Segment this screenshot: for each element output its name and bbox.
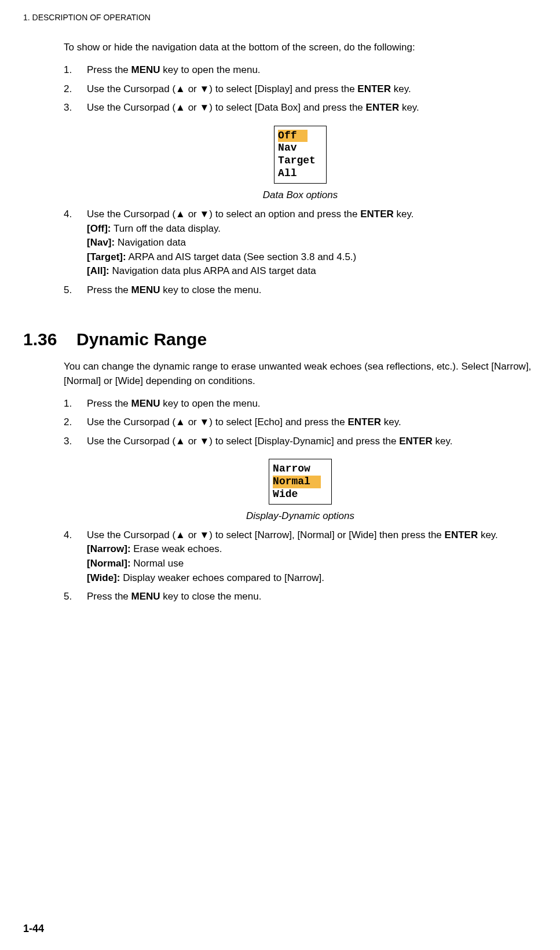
triangle-down-icon: ▼ [199, 529, 209, 540]
key-enter: ENTER [399, 436, 433, 447]
text: key. [478, 529, 498, 540]
text: key. [391, 83, 411, 94]
key-menu: MENU [131, 398, 160, 409]
key-menu: MENU [131, 591, 160, 602]
item-number: 5. [64, 590, 72, 604]
text: or [185, 529, 200, 540]
item-number: 1. [64, 397, 72, 411]
page-header: 1. DESCRIPTION OF OPERATION [23, 12, 537, 23]
option-label: [Nav]: [87, 237, 115, 248]
option-label: [All]: [87, 265, 109, 276]
list-item: 5. Press the MENU key to close the menu. [64, 590, 537, 604]
option-desc: Erase weak echoes. [131, 543, 222, 554]
figure-dynamic: Narrow Normal Wide [64, 459, 537, 505]
option: Target [278, 155, 316, 167]
item-number: 1. [64, 63, 72, 78]
text: Use the Cursorpad ( [87, 102, 175, 113]
option: Nav [278, 142, 316, 155]
item-number: 4. [64, 528, 72, 543]
key-enter: ENTER [366, 102, 400, 113]
option-label: [Wide]: [87, 572, 120, 583]
figure-caption: Data Box options [64, 188, 537, 203]
triangle-up-icon: ▲ [175, 102, 185, 113]
triangle-down-icon: ▼ [199, 83, 209, 94]
text: key to close the menu. [160, 284, 262, 295]
list-item: 4. Use the Cursorpad (▲ or ▼) to select … [64, 207, 537, 279]
item-number: 2. [64, 82, 72, 97]
text: Use the Cursorpad ( [87, 529, 175, 540]
item-number: 5. [64, 283, 72, 298]
option-label: [Narrow]: [87, 543, 131, 554]
text: ) to select [Data Box] and press the [209, 102, 365, 113]
text: Press the [87, 284, 131, 295]
key-enter: ENTER [445, 529, 478, 540]
text: Use the Cursorpad ( [87, 209, 175, 220]
text: Use the Cursorpad ( [87, 436, 175, 447]
list-item: 1. Press the MENU key to open the menu. [64, 63, 537, 78]
section-number: 1.36 [23, 327, 76, 352]
figure-databox: Off Nav Target All [64, 126, 537, 184]
text: key to open the menu. [160, 64, 261, 75]
procedure-list-2b: 4. Use the Cursorpad (▲ or ▼) to select … [64, 528, 537, 604]
item-number: 3. [64, 101, 72, 115]
key-menu: MENU [131, 64, 160, 75]
figure-caption: Display-Dynamic options [64, 509, 537, 524]
list-item: 5. Press the MENU key to close the menu. [64, 283, 537, 298]
text: ) to select [Echo] and press the [209, 416, 347, 427]
option-selected: Off [278, 130, 307, 142]
key-enter: ENTER [347, 416, 381, 427]
procedure-list-1: 1. Press the MENU key to open the menu. … [64, 63, 537, 115]
text: Use the Cursorpad ( [87, 416, 175, 427]
text: ) to select [Display-Dynamic] and press … [209, 436, 399, 447]
main-content: To show or hide the navigation data at t… [64, 41, 537, 604]
list-item: 2. Use the Cursorpad (▲ or ▼) to select … [64, 415, 537, 430]
list-item: 3. Use the Cursorpad (▲ or ▼) to select … [64, 101, 537, 115]
text: ) to select [Display] and press the [209, 83, 357, 94]
option-desc: Normal use [131, 558, 184, 569]
text: key. [394, 209, 414, 220]
option: All [278, 167, 316, 180]
option-desc: ARPA and AIS target data (See section 3.… [126, 251, 357, 262]
item-number: 4. [64, 207, 72, 222]
option-label: [Off]: [87, 223, 111, 234]
option-desc: Navigation data plus ARPA and AIS target… [109, 265, 316, 276]
text: key to open the menu. [160, 398, 261, 409]
option-label: [Normal]: [87, 558, 131, 569]
text: key. [433, 436, 453, 447]
key-menu: MENU [131, 284, 160, 295]
text: or [185, 83, 200, 94]
text: key. [381, 416, 401, 427]
key-enter: ENTER [360, 209, 394, 220]
option: Wide [273, 488, 321, 501]
text: ) to select [Narrow], [Normal] or [Wide]… [209, 529, 444, 540]
options-box: Off Nav Target All [274, 126, 327, 184]
text: or [185, 436, 200, 447]
list-item: 1. Press the MENU key to open the menu. [64, 397, 537, 411]
text: or [185, 209, 200, 220]
triangle-down-icon: ▼ [199, 416, 209, 427]
text: Press the [87, 591, 131, 602]
text: Use the Cursorpad ( [87, 83, 175, 94]
option-desc: Navigation data [115, 237, 186, 248]
list-item: 2. Use the Cursorpad (▲ or ▼) to select … [64, 82, 537, 97]
option-desc: Turn off the data display. [111, 223, 221, 234]
list-item: 4. Use the Cursorpad (▲ or ▼) to select … [64, 528, 537, 586]
procedure-list-1b: 4. Use the Cursorpad (▲ or ▼) to select … [64, 207, 537, 298]
triangle-down-icon: ▼ [199, 436, 209, 447]
text: Press the [87, 398, 131, 409]
procedure-list-2: 1. Press the MENU key to open the menu. … [64, 397, 537, 449]
item-number: 3. [64, 434, 72, 449]
triangle-down-icon: ▼ [199, 102, 209, 113]
section-heading: 1.36 Dynamic Range [23, 327, 537, 352]
triangle-down-icon: ▼ [199, 209, 209, 220]
item-number: 2. [64, 415, 72, 430]
option-selected: Normal [273, 476, 321, 488]
option-label: [Target]: [87, 251, 126, 262]
triangle-up-icon: ▲ [175, 209, 185, 220]
triangle-up-icon: ▲ [175, 416, 185, 427]
text: Press the [87, 64, 131, 75]
section-body: You can change the dynamic range to eras… [64, 360, 537, 388]
list-item: 3. Use the Cursorpad (▲ or ▼) to select … [64, 434, 537, 449]
triangle-up-icon: ▲ [175, 436, 185, 447]
key-enter: ENTER [357, 83, 391, 94]
